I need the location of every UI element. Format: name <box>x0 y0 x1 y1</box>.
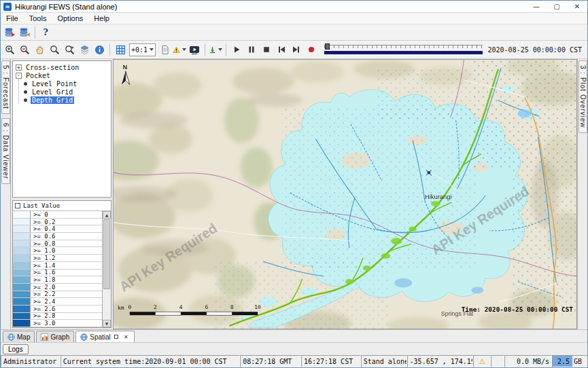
pan-button[interactable] <box>32 42 47 57</box>
status-spacer <box>491 355 504 367</box>
left-tab-strip: 5 : Forecast 6 : Data Viewer <box>1 59 11 329</box>
title-bar: ≈ Hikurangi FEWS (Stand alone) — ▢ ✕ <box>1 1 587 13</box>
bottom-tab-bar: Map Graph Spatial ✕ <box>1 329 587 342</box>
legend-row: >= 3.0 <box>13 320 102 327</box>
zoom-out-icon <box>20 45 30 55</box>
undock-panel-button[interactable] <box>113 333 120 341</box>
last-frame-button[interactable] <box>289 42 304 57</box>
legend-swatch <box>13 306 31 312</box>
first-frame-button[interactable] <box>274 42 289 57</box>
tree-item-level-grid[interactable]: Level Grid <box>22 88 109 96</box>
timeline-slider[interactable] <box>324 43 482 56</box>
tab-data-viewer[interactable]: 6 : Data Viewer <box>1 118 10 184</box>
zoom-next-button[interactable] <box>62 42 77 57</box>
undock-icon <box>114 335 118 339</box>
tab-plot-overview[interactable]: 3 : Plot Overview <box>578 60 587 133</box>
legend-swatch <box>13 262 31 269</box>
chevron-down-icon <box>182 48 186 51</box>
chevron-down-icon <box>218 48 222 51</box>
logs-button[interactable]: Logs <box>3 344 29 354</box>
help-icon: ? <box>43 27 48 37</box>
tree-item-pocket[interactable]: - Pocket <box>14 71 109 79</box>
tree-item-level-point[interactable]: Level Point <box>22 79 109 88</box>
close-panel-button[interactable]: ✕ <box>122 333 130 341</box>
import-button[interactable] <box>208 42 223 57</box>
expander-collapsed-icon[interactable]: + <box>16 65 22 71</box>
toolbar-separator <box>205 43 205 56</box>
right-tab-strip: 3 : Plot Overview <box>577 59 587 329</box>
info-button[interactable] <box>92 42 107 57</box>
layers-button[interactable] <box>77 42 92 57</box>
layers-icon <box>80 45 90 55</box>
tab-graph[interactable]: Graph <box>36 331 74 342</box>
scroll-up-icon[interactable]: ▲ <box>103 211 111 219</box>
legend-row: >= 0.6 <box>13 233 102 240</box>
record-button[interactable] <box>304 42 319 57</box>
zoom-previous-button[interactable] <box>47 42 62 57</box>
tree-children: Level Point Level Grid Depth Grid <box>18 79 109 104</box>
main-area: 5 : Forecast 6 : Data Viewer + Cross-sec… <box>1 59 587 329</box>
time-interval-combo[interactable]: +0:1 <box>129 43 156 56</box>
time-interval-value: +0:1 <box>131 46 148 54</box>
tab-map[interactable]: Map <box>3 331 35 342</box>
toolbar-separator <box>35 26 35 39</box>
left-panel: + Cross-section - Pocket Level Point Lev… <box>11 59 113 329</box>
play-button[interactable] <box>229 42 244 57</box>
timeline-handle[interactable] <box>325 43 330 50</box>
scrollbar-thumb[interactable] <box>103 219 110 289</box>
play-icon <box>232 45 241 54</box>
status-coordinates: -35.657 , 174.199 <box>407 355 474 367</box>
zoom-out-button[interactable] <box>17 42 32 57</box>
grid-display-button[interactable] <box>113 42 128 57</box>
selected-tree-item[interactable]: Depth Grid <box>31 96 74 104</box>
svg-text:N: N <box>123 64 127 71</box>
database-blue-icon <box>4 26 16 38</box>
legend-swatch <box>13 211 31 218</box>
download-icon <box>209 45 216 55</box>
legend-row: >= 2.4 <box>13 298 102 306</box>
menu-help[interactable]: Help <box>88 14 115 23</box>
tab-forecast[interactable]: 5 : Forecast <box>1 60 10 114</box>
animation-button[interactable] <box>187 42 202 57</box>
record-icon <box>307 45 316 54</box>
tree-item-cross-section[interactable]: + Cross-section <box>14 63 109 71</box>
movie-icon <box>189 45 200 55</box>
tab-spatial[interactable]: Spatial ✕ <box>75 331 135 342</box>
last-value-checkbox[interactable] <box>15 203 20 208</box>
map-viewport: API Key Required API Key Required Hikura… <box>113 59 577 329</box>
export-database-button[interactable] <box>17 25 32 40</box>
svg-text:6: 6 <box>205 304 208 310</box>
globe-icon <box>7 333 15 341</box>
scroll-down-icon[interactable]: ▼ <box>103 320 111 327</box>
minimize-button[interactable]: — <box>526 1 547 12</box>
tree-item-depth-grid[interactable]: Depth Grid <box>22 96 109 104</box>
pause-button[interactable] <box>244 42 259 57</box>
status-warning[interactable]: ⚠ <box>473 355 491 367</box>
document-icon <box>160 45 170 55</box>
info-icon <box>94 45 105 55</box>
legend-row: >= 2.0 <box>13 284 102 291</box>
stop-button[interactable] <box>259 42 274 57</box>
legend-scrollbar[interactable]: ▲ ▼ <box>102 211 111 327</box>
menu-file[interactable]: File <box>1 14 24 23</box>
menu-bar: File Tools Options Help <box>1 13 587 24</box>
svg-text:10: 10 <box>254 304 261 310</box>
open-database-button[interactable] <box>2 25 17 40</box>
help-button[interactable]: ? <box>38 25 53 40</box>
close-button[interactable]: ✕ <box>567 1 587 12</box>
document-button[interactable] <box>157 42 172 57</box>
warnings-button[interactable] <box>172 42 187 57</box>
legend-swatch <box>13 313 31 320</box>
menu-options[interactable]: Options <box>52 14 88 23</box>
timeline-ticks <box>324 45 482 48</box>
maximize-button[interactable]: ▢ <box>547 1 567 12</box>
expander-expanded-icon[interactable]: - <box>16 73 22 79</box>
legend-row: >= 0.4 <box>13 225 102 233</box>
window-controls: — ▢ ✕ <box>526 1 587 12</box>
legend-swatch <box>13 298 31 305</box>
menu-tools[interactable]: Tools <box>24 14 52 23</box>
map-canvas[interactable]: API Key Required API Key Required Hikura… <box>114 60 576 329</box>
zoom-in-button[interactable] <box>2 42 17 57</box>
legend-swatch <box>13 255 31 261</box>
toolbar-separator <box>109 43 110 56</box>
